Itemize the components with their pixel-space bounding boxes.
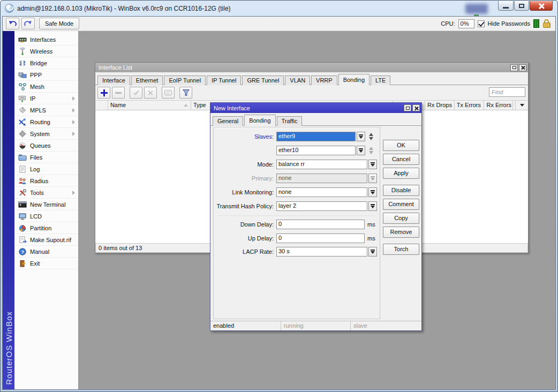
tab-gre-tunnel[interactable]: GRE Tunnel [242, 76, 284, 85]
tab-lte[interactable]: LTE [371, 76, 390, 85]
interface-list-maximize-button[interactable] [510, 64, 518, 71]
disable-button[interactable] [144, 87, 157, 99]
sidebar-item-wireless[interactable]: Wireless [14, 46, 78, 57]
tab-vrrp[interactable]: VRRP [311, 76, 337, 85]
secure-lock-icon [542, 19, 551, 28]
comment-button[interactable]: Comment [383, 199, 419, 210]
sidebar-item-mesh[interactable]: Mesh [14, 81, 78, 93]
find-input[interactable] [489, 87, 525, 97]
sidebar-item-new-terminal[interactable]: New Terminal [14, 199, 78, 210]
sidebar-item-interfaces[interactable]: Interfaces [14, 34, 78, 46]
tab-vlan[interactable]: VLAN [285, 76, 310, 85]
column-select-dropdown[interactable] [515, 101, 528, 110]
close-button[interactable] [530, 1, 553, 11]
disable-button[interactable]: Disable [383, 185, 419, 196]
mdi-client-area: Interface List Interface Ethernet EoIP T… [79, 31, 555, 389]
transmit-hash-policy-label: Transmit Hash Policy: [214, 203, 274, 209]
slave1-spinner[interactable] [367, 132, 375, 141]
hide-passwords-checkbox[interactable] [478, 20, 485, 27]
filter-button[interactable] [179, 87, 192, 99]
dialog-close-button[interactable] [412, 104, 420, 111]
sidebar-item-files[interactable]: Files [14, 152, 78, 163]
down-delay-input[interactable]: 0 [276, 220, 365, 229]
column-rx-drops[interactable]: Rx Drops [425, 101, 455, 110]
main-titlebar[interactable]: admin@192.168.0.103 (MikroTik) - WinBox … [1, 1, 557, 16]
mode-dropdown-button[interactable] [368, 160, 377, 169]
sidebar-item-exit[interactable]: Exit [14, 258, 78, 269]
sidebar-item-queues[interactable]: Queues [14, 140, 78, 152]
sidebar-item-lcd[interactable]: LCD [14, 210, 78, 222]
sidebar-item-mpls[interactable]: MPLS [14, 104, 78, 116]
sidebar-item-log[interactable]: Log [14, 163, 78, 175]
tab-bonding-dialog[interactable]: Bonding [244, 115, 275, 126]
lacp-rate-input[interactable]: 30 s [276, 247, 367, 257]
sidebar-item-ppp[interactable]: PPP [14, 69, 78, 81]
sidebar-item-tools[interactable]: Tools [14, 187, 78, 199]
spinner-down-icon [369, 151, 373, 154]
slave2-dropdown-button[interactable] [357, 146, 365, 155]
slave2-input[interactable]: ether10 [276, 146, 356, 155]
tab-ip-tunnel[interactable]: IP Tunnel [207, 76, 241, 85]
torch-button[interactable]: Torch [383, 244, 419, 255]
ok-button[interactable]: OK [383, 140, 419, 151]
mode-input[interactable]: balance rr [276, 160, 367, 169]
tab-interface[interactable]: Interface [97, 76, 130, 85]
tab-bonding[interactable]: Bonding [338, 74, 370, 85]
manual-icon: ? [18, 247, 27, 256]
sidebar-item-partition[interactable]: Partition [14, 222, 78, 234]
sidebar-item-ip[interactable]: 255 IP [14, 93, 78, 104]
column-rx-errors[interactable]: Rx Errors [484, 101, 513, 110]
cpu-label: CPU: [441, 20, 455, 27]
add-button[interactable] [97, 87, 110, 99]
enable-button[interactable] [130, 87, 142, 99]
transmit-hash-policy-dropdown-button[interactable] [368, 201, 377, 211]
safe-mode-button[interactable]: Safe Mode [39, 18, 79, 29]
apply-button[interactable]: Apply [383, 168, 419, 179]
copy-button[interactable]: Copy [383, 213, 419, 224]
sidebar-item-make-supout[interactable]: Make Supout.rif [14, 234, 78, 246]
tab-ethernet[interactable]: Ethernet [131, 76, 163, 85]
dialog-maximize-button[interactable] [404, 104, 411, 111]
tab-eoip-tunnel[interactable]: EoIP Tunnel [164, 76, 206, 85]
dialog-titlebar[interactable]: New Interface [210, 103, 421, 113]
slave1-input[interactable]: ether9 [276, 132, 356, 141]
slave1-dropdown-button[interactable] [357, 132, 365, 141]
spinner-up-icon [369, 147, 373, 150]
redo-button[interactable] [21, 18, 35, 29]
hide-passwords-label: Hide Passwords [488, 20, 530, 27]
cancel-button[interactable]: Cancel [383, 154, 419, 165]
plus-icon [101, 89, 108, 96]
tab-traffic[interactable]: Traffic [277, 116, 303, 126]
comment-button[interactable] [162, 87, 175, 99]
interface-list-close-button[interactable] [519, 64, 526, 71]
close-icon [538, 3, 545, 9]
column-tx-errors[interactable]: Tx Errors [455, 101, 485, 110]
column-name[interactable]: Name [108, 101, 191, 110]
x-icon [148, 90, 154, 96]
remove-button[interactable] [112, 87, 125, 99]
sidebar-item-routing[interactable]: Routing [14, 116, 78, 128]
undo-button[interactable] [6, 18, 19, 29]
close-icon [521, 65, 525, 70]
maximize-button[interactable] [514, 1, 529, 11]
link-monitoring-dropdown-button[interactable] [368, 187, 377, 197]
link-monitoring-input[interactable]: none [276, 187, 367, 197]
interface-list-titlebar[interactable]: Interface List [95, 63, 528, 72]
lacp-rate-dropdown-button[interactable] [368, 247, 377, 257]
status-slave: slave [351, 321, 421, 330]
tab-general[interactable]: General [213, 116, 243, 126]
remove-button[interactable]: Remove [383, 227, 419, 238]
slave2-spinner[interactable] [367, 146, 375, 155]
transmit-hash-policy-input[interactable]: layer 2 [276, 201, 367, 211]
sidebar-item-manual[interactable]: ? Manual [14, 246, 78, 258]
sidebar-item-system[interactable]: System [14, 128, 78, 140]
up-delay-input[interactable]: 0 [276, 233, 365, 243]
minimize-button[interactable] [498, 1, 514, 11]
wireless-icon [18, 47, 27, 56]
lcd-icon [18, 212, 27, 221]
sidebar-item-radius[interactable]: Radius [14, 175, 78, 187]
sidebar-item-bridge[interactable]: Bridge [14, 57, 78, 69]
connection-status-icon [533, 19, 539, 28]
slaves-label: Slaves: [214, 133, 274, 140]
column-rowselect[interactable] [95, 101, 108, 110]
